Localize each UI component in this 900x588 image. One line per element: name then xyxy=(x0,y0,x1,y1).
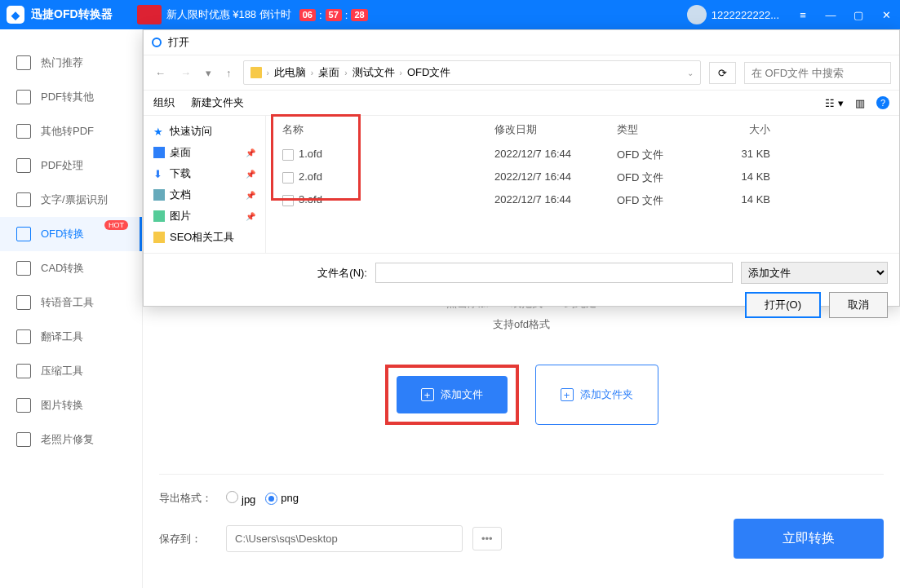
plus-icon: + xyxy=(561,388,574,401)
hot-icon xyxy=(16,55,31,70)
organize-menu[interactable]: 组织 xyxy=(153,95,175,110)
file-icon xyxy=(282,172,294,183)
radio-jpg[interactable]: jpg xyxy=(226,491,255,506)
forward-icon[interactable]: → xyxy=(177,64,194,82)
desktop-icon xyxy=(153,147,165,158)
filename-label: 文件名(N): xyxy=(155,266,367,281)
up-icon[interactable]: ↑ xyxy=(223,64,235,82)
sidebar-item-ofd[interactable]: OFD转换HOT xyxy=(0,217,142,251)
sidebar-item-to-pdf[interactable]: 其他转PDF xyxy=(0,114,142,148)
tree-pictures[interactable]: 图片📌 xyxy=(144,206,265,227)
filetype-select[interactable]: 添加文件 xyxy=(741,262,888,284)
tree-documents[interactable]: 文档📌 xyxy=(144,184,265,206)
folder-icon xyxy=(250,67,262,78)
tree-quick-access[interactable]: ★快速访问 xyxy=(144,121,265,142)
minimize-icon[interactable]: — xyxy=(823,7,838,22)
translate-icon xyxy=(16,329,31,344)
folder-icon xyxy=(153,232,165,243)
help-icon[interactable]: ? xyxy=(876,96,889,109)
file-list: 名称 修改日期 类型 大小 1.ofd2022/12/7 16:44OFD 文件… xyxy=(266,116,899,253)
filename-input[interactable] xyxy=(375,263,733,283)
file-row[interactable]: 3.ofd2022/12/7 16:44OFD 文件14 KB xyxy=(274,189,899,212)
file-icon xyxy=(282,149,294,161)
star-icon: ★ xyxy=(153,126,165,137)
chevron-down-icon[interactable]: ▾ xyxy=(202,64,215,82)
promo-banner[interactable]: 新人限时优惠 ¥188 倒计时 06: 57: 28 xyxy=(137,5,368,24)
sidebar-item-audio[interactable]: 转语音工具 xyxy=(0,285,142,320)
file-open-dialog: 打开 ← → ▾ ↑ › 此电脑› 桌面› 测试文件› OFD文件 ⌄ ⟳ 组织… xyxy=(143,29,900,307)
search-input[interactable] xyxy=(744,62,891,84)
column-headers: 名称 修改日期 类型 大小 xyxy=(274,116,899,144)
app-title: 迅捷OFD转换器 xyxy=(31,7,113,22)
hot-badge: HOT xyxy=(104,220,128,230)
dialog-footer: 文件名(N): 添加文件 打开(O) 取消 xyxy=(144,253,899,326)
add-file-button[interactable]: +添加文件 xyxy=(397,376,508,413)
doc-icon xyxy=(153,189,165,201)
breadcrumb[interactable]: › 此电脑› 桌面› 测试文件› OFD文件 ⌄ xyxy=(243,60,702,85)
col-name[interactable]: 名称 xyxy=(277,122,490,137)
save-path-input[interactable] xyxy=(226,525,463,552)
radio-png[interactable]: png xyxy=(265,492,299,505)
file-icon xyxy=(16,124,31,139)
open-button[interactable]: 打开(O) xyxy=(745,292,821,318)
app-logo-icon: ◆ xyxy=(7,6,24,24)
sidebar: 热门推荐 PDF转其他 其他转PDF PDF处理 文字/票据识别 OFD转换HO… xyxy=(0,29,143,588)
save-to-label: 保存到： xyxy=(159,532,216,546)
tree-seo-folder[interactable]: SEO相关工具 xyxy=(144,227,265,248)
close-icon[interactable]: ✕ xyxy=(879,7,893,22)
sidebar-item-ocr[interactable]: 文字/票据识别 xyxy=(0,183,142,217)
browse-button[interactable]: ••• xyxy=(472,527,502,550)
tree-downloads[interactable]: ⬇下载📌 xyxy=(144,163,265,184)
promo-text: 新人限时优惠 ¥188 倒计时 xyxy=(166,7,291,22)
maximize-icon[interactable]: ▢ xyxy=(851,7,866,22)
col-date[interactable]: 修改日期 xyxy=(490,122,612,137)
view-mode-icon[interactable]: ☷ ▾ xyxy=(825,97,844,109)
pin-icon: 📌 xyxy=(246,170,255,179)
new-folder-button[interactable]: 新建文件夹 xyxy=(191,95,244,110)
sidebar-item-pdf-process[interactable]: PDF处理 xyxy=(0,148,142,183)
pdf-icon xyxy=(16,90,31,104)
bottom-panel: 导出格式： jpg png 保存到： ••• 立即转换 xyxy=(159,474,884,572)
tree-desktop[interactable]: 桌面📌 xyxy=(144,142,265,163)
sidebar-item-pdf-to[interactable]: PDF转其他 xyxy=(0,80,142,114)
pin-icon: 📌 xyxy=(246,148,255,157)
highlight-box: +添加文件 xyxy=(385,365,519,425)
dialog-icon xyxy=(152,38,162,47)
sidebar-item-photo-restore[interactable]: 老照片修复 xyxy=(0,422,142,457)
download-icon: ⬇ xyxy=(153,168,165,179)
menu-icon[interactable]: ≡ xyxy=(796,7,810,22)
audio-icon xyxy=(16,295,31,310)
envelope-icon xyxy=(137,5,162,24)
compress-icon xyxy=(16,364,31,378)
preview-pane-icon[interactable]: ▥ xyxy=(855,97,865,109)
sidebar-item-cad[interactable]: CAD转换 xyxy=(0,251,142,285)
username[interactable]: 1222222222... xyxy=(712,9,779,21)
add-folder-button[interactable]: +添加文件夹 xyxy=(535,365,658,425)
cancel-button[interactable]: 取消 xyxy=(829,292,888,318)
dialog-title: 打开 xyxy=(168,35,189,50)
col-size[interactable]: 大小 xyxy=(710,122,775,137)
plus-icon: + xyxy=(421,388,434,401)
sidebar-item-hot[interactable]: 热门推荐 xyxy=(0,46,142,80)
pin-icon: 📌 xyxy=(246,212,255,221)
file-icon xyxy=(282,195,294,206)
refresh-icon[interactable]: ⟳ xyxy=(709,62,736,84)
pic-icon xyxy=(153,210,165,222)
output-format-label: 导出格式： xyxy=(159,491,216,506)
titlebar: ◆ 迅捷OFD转换器 新人限时优惠 ¥188 倒计时 06: 57: 28 12… xyxy=(0,0,900,29)
col-type[interactable]: 类型 xyxy=(612,122,710,137)
file-row[interactable]: 2.ofd2022/12/7 16:44OFD 文件14 KB xyxy=(274,166,899,189)
back-icon[interactable]: ← xyxy=(152,64,169,82)
dialog-titlebar: 打开 xyxy=(144,30,899,55)
sidebar-item-compress[interactable]: 压缩工具 xyxy=(0,354,142,388)
chevron-down-icon[interactable]: ⌄ xyxy=(687,69,694,77)
convert-button[interactable]: 立即转换 xyxy=(734,519,884,559)
sidebar-item-translate[interactable]: 翻译工具 xyxy=(0,320,142,354)
cad-icon xyxy=(16,261,31,276)
image-icon xyxy=(16,398,31,413)
pin-icon: 📌 xyxy=(246,191,255,200)
file-row[interactable]: 1.ofd2022/12/7 16:44OFD 文件31 KB xyxy=(274,144,899,166)
avatar-icon[interactable] xyxy=(687,5,707,24)
sidebar-item-image[interactable]: 图片转换 xyxy=(0,388,142,422)
ocr-icon xyxy=(16,192,31,207)
